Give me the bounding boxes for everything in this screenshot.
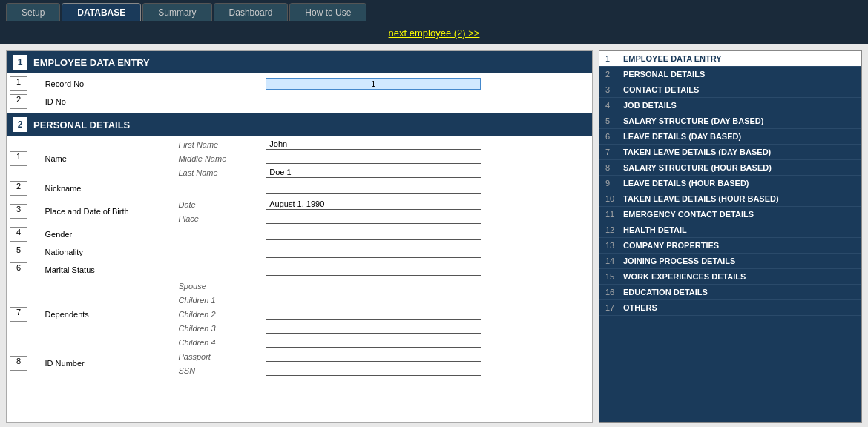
tab-setup[interactable]: Setup — [6, 3, 60, 21]
children3-sublabel: Children 3 — [175, 321, 263, 335]
nav-label-15: WORK EXPERIENCES DETAILS — [623, 272, 746, 281]
table-row: 7 Dependents Spouse — [7, 279, 592, 293]
nav-item-3[interactable]: 3 CONTACT DETAILS — [599, 82, 861, 98]
table-row: 2 ID No — [7, 93, 592, 110]
nav-num-15: 15 — [605, 272, 623, 281]
nav-label-4: JOB DETAILS — [623, 101, 677, 110]
row-num: 2 — [10, 94, 27, 109]
birthplace-input[interactable] — [266, 213, 481, 224]
nav-item-4[interactable]: 4 JOB DETAILS — [599, 98, 861, 113]
children2-input[interactable] — [266, 308, 481, 320]
birthdate-input[interactable] — [266, 199, 481, 210]
nav-item-17[interactable]: 17 OTHERS — [599, 300, 861, 316]
children3-input[interactable] — [266, 322, 481, 334]
nav-num-11: 11 — [605, 210, 623, 219]
nav-item-1[interactable]: 1 EMPLOYEE DATA ENTRY — [599, 51, 861, 67]
nav-num-4: 4 — [605, 101, 623, 110]
main-layout: 1 EMPLOYEE DATA ENTRY 1 Record No 2 ID N… — [0, 44, 868, 427]
marital-sublabel — [175, 261, 263, 279]
right-nav-panel: 1 EMPLOYEE DATA ENTRY 2 PERSONAL DETAILS… — [599, 50, 862, 423]
nav-label-6: LEAVE DETAILS (DAY BASED) — [623, 132, 741, 141]
section1-number: 1 — [13, 55, 27, 70]
nav-item-6[interactable]: 6 LEAVE DETAILS (DAY BASED) — [599, 129, 861, 145]
lastname-sublabel: Last Name — [175, 165, 263, 179]
next-employee-bar: next employee (2) >> — [0, 21, 868, 44]
spouse-cell — [263, 279, 592, 293]
record-no-label: Record No — [42, 75, 175, 93]
nationality-input[interactable] — [266, 247, 481, 258]
ssn-cell — [263, 363, 592, 377]
nickname-sublabel — [175, 179, 263, 197]
place-sublabel: Place — [175, 211, 263, 225]
children1-input[interactable] — [266, 294, 481, 305]
ssn-input[interactable] — [266, 365, 481, 376]
children4-cell — [263, 335, 592, 349]
lastname-cell — [263, 165, 592, 179]
passport-input[interactable] — [266, 351, 481, 362]
id-no-cell — [263, 93, 592, 110]
nav-item-8[interactable]: 8 SALARY STRUCTURE (HOUR BASED) — [599, 160, 861, 176]
tab-database[interactable]: DATABASE — [62, 3, 141, 21]
table-row: 8 ID Number Passport — [7, 349, 592, 363]
id-no-label: ID No — [42, 93, 175, 110]
nav-item-9[interactable]: 9 LEAVE DETAILS (HOUR BASED) — [599, 176, 861, 191]
firstname-input[interactable] — [266, 139, 481, 150]
marital-label: Marital Status — [42, 261, 176, 279]
nav-item-11[interactable]: 11 EMERGENCY CONTACT DETAILS — [599, 207, 861, 222]
tab-dashboard[interactable]: Dashboard — [214, 3, 289, 21]
nickname-input[interactable] — [266, 183, 481, 194]
section1-title: EMPLOYEE DATA ENTRY — [33, 57, 150, 68]
nav-item-12[interactable]: 12 HEALTH DETAIL — [599, 222, 861, 238]
nav-num-9: 9 — [605, 179, 623, 188]
next-employee-link[interactable]: next employee (2) >> — [389, 27, 480, 39]
nav-item-5[interactable]: 5 SALARY STRUCTURE (DAY BASED) — [599, 113, 861, 129]
date-cell — [263, 197, 592, 211]
nav-item-2[interactable]: 2 PERSONAL DETAILS — [599, 67, 861, 82]
middlename-input[interactable] — [266, 153, 481, 164]
tab-summary[interactable]: Summary — [142, 3, 211, 21]
marital-input[interactable] — [266, 265, 481, 276]
middlename-cell — [263, 151, 592, 165]
nationality-cell — [263, 243, 592, 261]
children4-input[interactable] — [266, 337, 481, 348]
row-num: 4 — [10, 227, 27, 242]
passport-cell — [263, 349, 592, 363]
lastname-input[interactable] — [266, 167, 481, 178]
nav-item-7[interactable]: 7 TAKEN LEAVE DETAILS (DAY BASED) — [599, 145, 861, 160]
row-num: 1 — [10, 76, 27, 91]
section2-header: 2 PERSONAL DETAILS — [7, 113, 592, 136]
nav-label-12: HEALTH DETAIL — [623, 225, 687, 234]
nav-label-17: OTHERS — [623, 303, 657, 312]
date-sublabel: Date — [175, 197, 263, 211]
left-panel: 1 EMPLOYEE DATA ENTRY 1 Record No 2 ID N… — [6, 50, 593, 423]
nav-item-14[interactable]: 14 JOINING PROCESS DETAILS — [599, 254, 861, 269]
children4-sublabel: Children 4 — [175, 335, 263, 349]
nav-num-6: 6 — [605, 132, 623, 141]
nav-num-3: 3 — [605, 85, 623, 94]
row-num: 6 — [10, 262, 27, 277]
record-no-input[interactable] — [266, 78, 481, 90]
tab-howto[interactable]: How to Use — [289, 3, 366, 21]
idnumber-label: ID Number — [42, 349, 176, 377]
nav-item-15[interactable]: 15 WORK EXPERIENCES DETAILS — [599, 269, 861, 285]
nav-num-14: 14 — [605, 256, 623, 265]
table-row: 1 Record No — [7, 75, 592, 93]
nav-item-16[interactable]: 16 EDUCATION DETAILS — [599, 285, 861, 300]
id-no-input[interactable] — [266, 96, 481, 107]
id-no-sublabel — [174, 93, 263, 110]
children2-sublabel: Children 2 — [175, 307, 263, 321]
firstname-cell — [263, 137, 592, 151]
nationality-label: Nationality — [42, 243, 176, 261]
table-row: 3 Place and Date of Birth Date — [7, 197, 592, 211]
nickname-cell — [263, 179, 592, 197]
nav-label-10: TAKEN LEAVE DETAILS (HOUR BASED) — [623, 194, 779, 203]
spouse-input[interactable] — [266, 280, 481, 291]
nav-label-7: TAKEN LEAVE DETAILS (DAY BASED) — [623, 148, 771, 156]
gender-input[interactable] — [266, 229, 481, 240]
nav-item-13[interactable]: 13 COMPANY PROPERTIES — [599, 238, 861, 254]
record-no-sublabel — [174, 75, 263, 93]
nav-item-10[interactable]: 10 TAKEN LEAVE DETAILS (HOUR BASED) — [599, 191, 861, 207]
dependents-label: Dependents — [42, 279, 176, 349]
nationality-sublabel — [175, 243, 263, 261]
nav-num-13: 13 — [605, 241, 623, 250]
